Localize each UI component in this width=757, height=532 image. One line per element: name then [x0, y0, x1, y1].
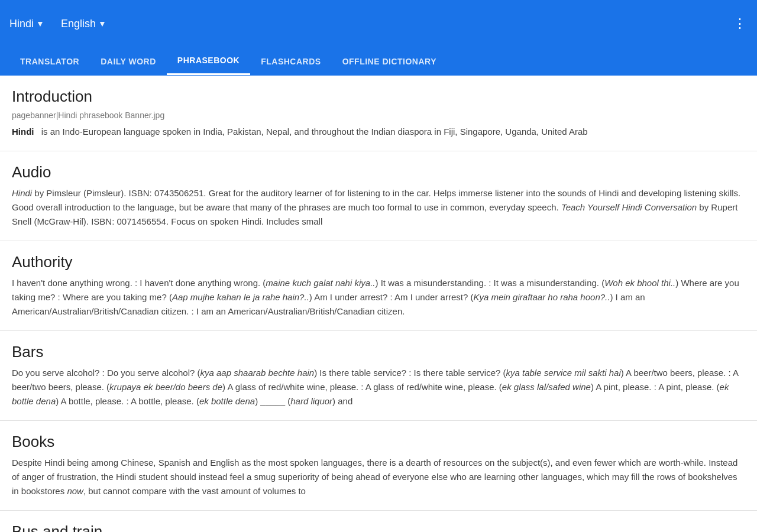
introduction-body-text: is an Indo-European language spoken in I…: [41, 126, 588, 137]
audio-book-title-italic: Teach Yourself Hindi Conversation: [561, 202, 697, 212]
authority-title: Authority: [12, 253, 745, 271]
audio-italic-prefix: Hindi: [12, 188, 32, 198]
target-language-label: English: [61, 18, 96, 30]
bars-phrase-1: kya aap shaarab bechte hain: [200, 368, 315, 378]
introduction-hindi-label: Hindi: [12, 126, 34, 137]
overflow-menu-icon[interactable]: ⋮: [733, 16, 748, 31]
introduction-text: Hindi is an Indo-European language spoke…: [12, 125, 745, 139]
bars-title: Bars: [12, 343, 745, 361]
authority-phrase-1: maine kuch galat nahi kiya..: [266, 278, 375, 288]
bars-phrase-6: ek bottle dena: [199, 396, 255, 406]
tab-flashcards[interactable]: FLASHCARDS: [250, 48, 331, 74]
introduction-subtitle: pagebanner|Hindi phrasebook Banner.jpg: [12, 111, 745, 120]
bars-phrase-7: hard liquor: [290, 396, 332, 406]
main-content: Introduction pagebanner|Hindi phrasebook…: [0, 76, 757, 532]
bars-phrase-4: ek glass lal/safed wine: [502, 382, 591, 392]
tab-offline-dictionary[interactable]: OFFLINE DICTIONARY: [332, 48, 447, 74]
authority-phrase-2: Woh ek bhool thi..: [604, 278, 675, 288]
authority-phrase-4: Kya mein giraftaar ho raha hoon?..: [473, 292, 610, 302]
section-books: Books Despite Hindi being among Chinese,…: [0, 421, 757, 511]
bars-phrase-3: krupaya ek beer/do beers de: [109, 382, 222, 392]
books-text: Despite Hindi being among Chinese, Spani…: [12, 456, 745, 498]
language-selectors: Hindi ▼ English ▼: [9, 18, 733, 30]
source-language-label: Hindi: [9, 18, 34, 30]
bars-text: Do you serve alcohol? : Do you serve alc…: [12, 366, 745, 408]
tab-daily-word[interactable]: DAILY WORD: [90, 48, 167, 74]
bus-and-train-title: Bus and train: [12, 523, 745, 532]
section-audio: Audio Hindi by Pimsleur (Pimsleur). ISBN…: [0, 151, 757, 241]
authority-phrase-3: Aap mujhe kahan le ja rahe hain?..: [172, 292, 309, 302]
section-bus-and-train: Bus and train How much is a ticket to __…: [0, 511, 757, 532]
audio-title: Audio: [12, 163, 745, 181]
tab-translator[interactable]: TRANSLATOR: [9, 48, 90, 74]
section-introduction: Introduction pagebanner|Hindi phrasebook…: [0, 76, 757, 151]
section-authority: Authority I haven't done anything wrong.…: [0, 241, 757, 331]
source-language-selector[interactable]: Hindi ▼: [9, 18, 44, 30]
audio-text: Hindi by Pimsleur (Pimsleur). ISBN: 0743…: [12, 186, 745, 229]
header: Hindi ▼ English ▼ ⋮: [0, 0, 757, 47]
source-language-chevron-icon: ▼: [36, 19, 44, 28]
bars-phrase-2: kya table service mil sakti hai: [506, 368, 620, 378]
target-language-chevron-icon: ▼: [98, 19, 106, 28]
introduction-title: Introduction: [12, 87, 745, 106]
tab-phrasebook[interactable]: PHRASEBOOK: [167, 47, 250, 75]
books-title: Books: [12, 433, 745, 451]
authority-text: I haven't done anything wrong. : I haven…: [12, 276, 745, 319]
books-text-suffix: , but cannot compare with the vast amoun…: [83, 486, 306, 496]
navigation-tabs: TRANSLATOR DAILY WORD PHRASEBOOK FLASHCA…: [0, 47, 757, 76]
books-italic-now: now: [67, 486, 83, 496]
section-bars: Bars Do you serve alcohol? : Do you serv…: [0, 331, 757, 421]
target-language-selector[interactable]: English ▼: [61, 18, 106, 30]
